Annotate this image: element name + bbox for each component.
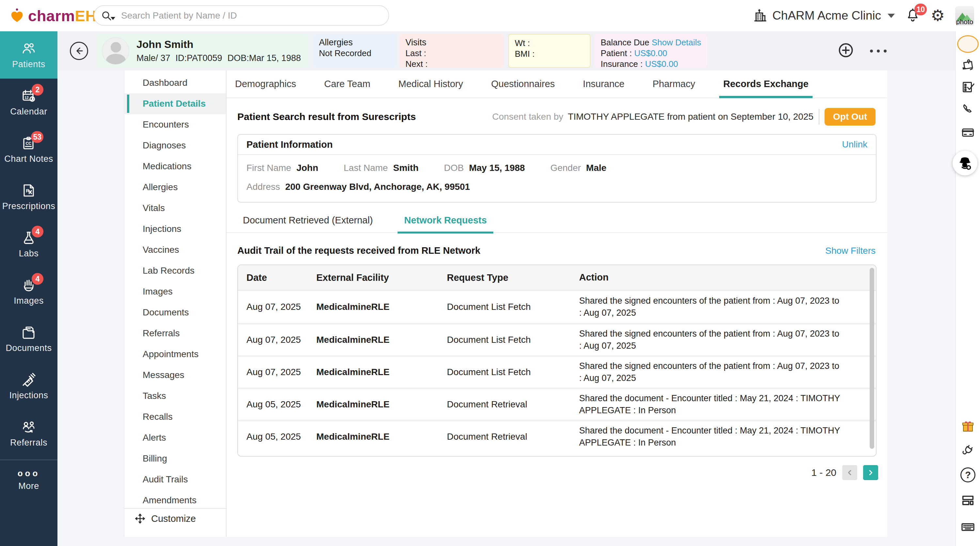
sidebar-item-injections[interactable]: Injections <box>0 362 57 410</box>
status-oval-icon[interactable] <box>957 35 979 53</box>
menu-item-images[interactable]: Images <box>124 281 226 302</box>
menu-item-diagnoses[interactable]: Diagnoses <box>124 135 226 156</box>
avatar-caption: photo <box>955 18 974 25</box>
notifications-button[interactable]: 10 <box>905 8 920 24</box>
menu-item-lab-records[interactable]: Lab Records <box>124 260 226 281</box>
menu-item-dashboard[interactable]: Dashboard <box>124 72 226 93</box>
table-row[interactable]: Aug 07, 2025 MedicalmineRLE Document Lis… <box>238 355 876 387</box>
billing-card-icon[interactable] <box>961 125 975 141</box>
menu-item-referrals[interactable]: Referrals <box>124 323 226 344</box>
more-actions-icon[interactable] <box>870 49 887 52</box>
integrations-plug-icon[interactable] <box>961 443 975 459</box>
menu-item-injections[interactable]: Injections <box>124 219 226 240</box>
sidebar-item-chart-notes[interactable]: CC 53 Chart Notes <box>0 126 57 173</box>
cell-date: Aug 05, 2025 <box>238 399 316 410</box>
menu-item-vaccines[interactable]: Vaccines <box>124 240 226 260</box>
surescripts-title: Patient Search result from Surescripts <box>237 111 416 122</box>
menu-item-recalls[interactable]: Recalls <box>124 406 226 427</box>
search-icon[interactable] <box>101 10 112 21</box>
detective-audit-icon[interactable] <box>953 151 977 176</box>
sidebar-item-referrals[interactable]: Referrals <box>0 410 57 457</box>
cell-request-type: Document List Fetch <box>447 367 579 378</box>
menu-item-audit-trails[interactable]: Audit Trails <box>124 469 226 490</box>
cell-action: Shared the document - Encounter titled :… <box>579 425 876 449</box>
show-filters-link[interactable]: Show Filters <box>825 246 875 256</box>
task-checklist-icon[interactable] <box>961 79 975 96</box>
vitals-card[interactable]: Wt : BMI : <box>508 34 590 68</box>
menu-item-tasks[interactable]: Tasks <box>124 386 226 406</box>
table-row[interactable]: Aug 05, 2025 MedicalmineRLE Document Ret… <box>238 387 876 420</box>
show-details-link[interactable]: Show Details <box>652 38 701 47</box>
subtab-document-retrieved[interactable]: Document Retrieved (External) <box>243 215 373 226</box>
sidebar-item-prescriptions[interactable]: R Prescriptions <box>0 173 57 221</box>
menu-item-documents[interactable]: Documents <box>124 302 226 323</box>
chevron-down-icon <box>888 14 895 18</box>
menu-item-medications[interactable]: Medications <box>124 156 226 177</box>
previous-page-button[interactable] <box>842 465 857 480</box>
address-label: Address <box>247 182 280 192</box>
patient-name: John Smith <box>137 38 301 51</box>
consent-text: TIMOTHY APPLEGATE from patient on Septem… <box>568 111 813 122</box>
chart-notes-count-badge: 53 <box>31 131 43 143</box>
tab-medical-history[interactable]: Medical History <box>398 70 463 97</box>
table-row[interactable]: Aug 07, 2025 MedicalmineRLE Document Lis… <box>238 290 876 323</box>
balance-insurance-value: US$0.00 <box>645 59 678 69</box>
move-arrows-icon <box>134 513 146 524</box>
sidebar-item-documents[interactable]: Documents <box>0 315 57 362</box>
clinic-building-icon <box>752 8 768 24</box>
customize-menu-button[interactable]: Customize <box>124 508 226 529</box>
layout-widgets-icon[interactable] <box>961 493 975 509</box>
gift-icon[interactable] <box>960 419 976 435</box>
user-avatar[interactable]: photo <box>955 6 974 25</box>
menu-item-amendments[interactable]: Amendments <box>124 490 226 511</box>
search-scope-caret-icon[interactable] <box>111 17 115 20</box>
menu-item-allergies[interactable]: Allergies <box>124 177 226 198</box>
tab-questionnaires[interactable]: Questionnaires <box>491 70 555 97</box>
tab-pharmacy[interactable]: Pharmacy <box>652 70 695 97</box>
keyboard-icon[interactable] <box>960 519 976 536</box>
menu-item-messages[interactable]: Messages <box>124 365 226 386</box>
sidebar-item-labs[interactable]: 4 Labs <box>0 221 57 268</box>
tab-records-exchange[interactable]: Records Exchange <box>723 70 808 97</box>
allergies-card[interactable]: Allergies Not Recorded <box>313 34 395 68</box>
search-input[interactable] <box>121 10 385 21</box>
help-icon[interactable]: ? <box>961 467 975 483</box>
patient-sex-age: Male/ 37 <box>137 53 170 63</box>
sidebar-item-patients[interactable]: Patients <box>0 31 57 79</box>
table-row[interactable]: Aug 05, 2025 MedicalmineRLE Document Ret… <box>238 420 876 452</box>
opt-out-button[interactable]: Opt Out <box>825 108 875 125</box>
patient-summary-card[interactable]: John Smith Male/ 37 ID:PAT0059 DOB:Mar 1… <box>97 34 309 68</box>
next-page-button[interactable] <box>863 465 878 480</box>
sidebar-item-images[interactable]: 4 Images <box>0 268 57 315</box>
visits-card[interactable]: Visits Last : Next : <box>399 34 504 68</box>
menu-item-appointments[interactable]: Appointments <box>124 344 226 365</box>
menu-item-encounters[interactable]: Encounters <box>124 114 226 135</box>
first-name-value: John <box>296 163 318 173</box>
menu-item-billing[interactable]: Billing <box>124 448 226 469</box>
cell-request-type: Document List Fetch <box>447 335 579 345</box>
menu-item-vitals[interactable]: Vitals <box>124 198 226 219</box>
menu-item-patient-details[interactable]: Patient Details <box>124 93 226 114</box>
cell-action: Shared the signed encounters of the pati… <box>579 295 876 319</box>
phone-icon[interactable] <box>961 102 975 117</box>
sticky-note-icon[interactable] <box>961 58 975 75</box>
menu-item-alerts[interactable]: Alerts <box>124 427 226 448</box>
table-scrollbar[interactable] <box>870 268 874 449</box>
subtab-network-requests[interactable]: Network Requests <box>404 215 487 226</box>
column-header-request-type: Request Type <box>447 272 579 283</box>
settings-gear-icon[interactable]: ⚙ <box>931 8 945 24</box>
clinic-switcher[interactable]: ChARM Acme Clinic <box>752 8 895 24</box>
cell-request-type: Document List Fetch <box>447 302 579 312</box>
tab-care-team[interactable]: Care Team <box>324 70 370 97</box>
add-action-button[interactable] <box>837 42 854 60</box>
sidebar-item-calendar[interactable]: 12 2 Calendar <box>0 79 57 126</box>
table-row[interactable]: Aug 07, 2025 MedicalmineRLE Document Lis… <box>238 323 876 355</box>
sidebar-item-more[interactable]: ooo More <box>0 460 57 499</box>
tab-demographics[interactable]: Demographics <box>235 70 296 97</box>
balance-patient-label: Patient : <box>601 48 632 58</box>
tab-insurance[interactable]: Insurance <box>583 70 625 97</box>
unlink-link[interactable]: Unlink <box>842 139 867 150</box>
balance-title: Balance Due <box>601 38 649 47</box>
back-button[interactable] <box>70 42 88 60</box>
patient-information-title: Patient Information <box>247 139 332 150</box>
